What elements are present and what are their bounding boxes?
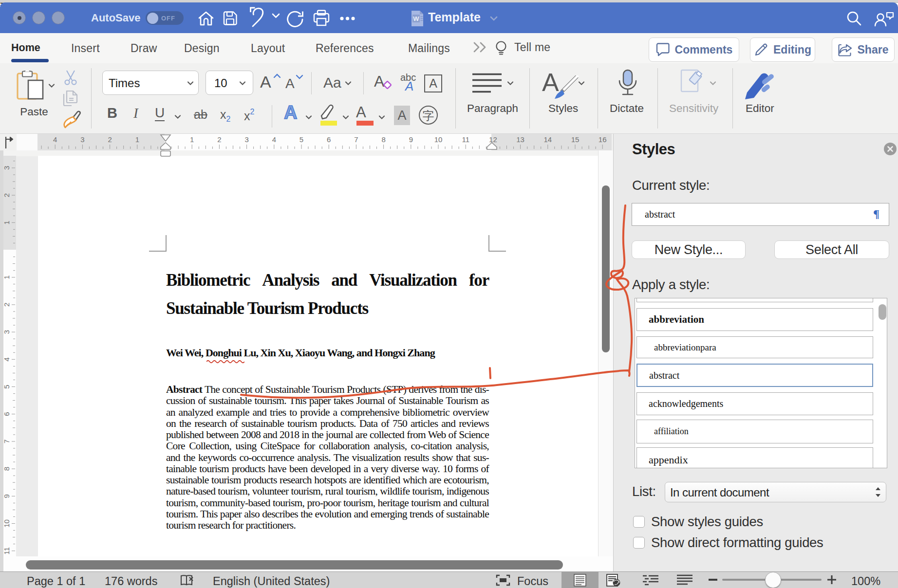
svg-text:W: W <box>413 15 419 22</box>
svg-text:3: 3 <box>3 330 11 334</box>
svg-text:16: 16 <box>599 135 607 144</box>
svg-text:14: 14 <box>543 135 552 144</box>
svg-text:10: 10 <box>434 135 443 144</box>
svg-text:4: 4 <box>272 135 276 144</box>
svg-text:9: 9 <box>3 494 11 498</box>
svg-text:11: 11 <box>3 547 11 555</box>
svg-text:1: 1 <box>190 135 194 144</box>
svg-text:4: 4 <box>53 135 57 144</box>
svg-text:3: 3 <box>80 135 84 144</box>
svg-text:8: 8 <box>381 135 385 144</box>
svg-text:13: 13 <box>516 135 524 144</box>
svg-text:2: 2 <box>3 303 11 307</box>
svg-text:11: 11 <box>462 135 469 144</box>
svg-text:7: 7 <box>3 440 11 443</box>
svg-text:6: 6 <box>327 135 331 144</box>
svg-text:7: 7 <box>354 135 358 144</box>
svg-text:1: 1 <box>135 135 139 144</box>
svg-text:3: 3 <box>244 135 248 144</box>
svg-text:5: 5 <box>3 385 11 388</box>
svg-text:9: 9 <box>409 135 413 144</box>
svg-text:6: 6 <box>3 412 11 416</box>
svg-text:3: 3 <box>3 166 11 170</box>
svg-text:2: 2 <box>108 135 112 144</box>
svg-text:1: 1 <box>3 276 11 279</box>
svg-text:8: 8 <box>3 467 11 471</box>
svg-text:15: 15 <box>571 135 580 144</box>
svg-text:2: 2 <box>217 135 221 144</box>
svg-text:5: 5 <box>299 135 303 144</box>
svg-text:1: 1 <box>3 220 11 224</box>
svg-text:10: 10 <box>3 519 11 528</box>
svg-text:2: 2 <box>3 193 11 197</box>
svg-text:4: 4 <box>3 357 11 361</box>
